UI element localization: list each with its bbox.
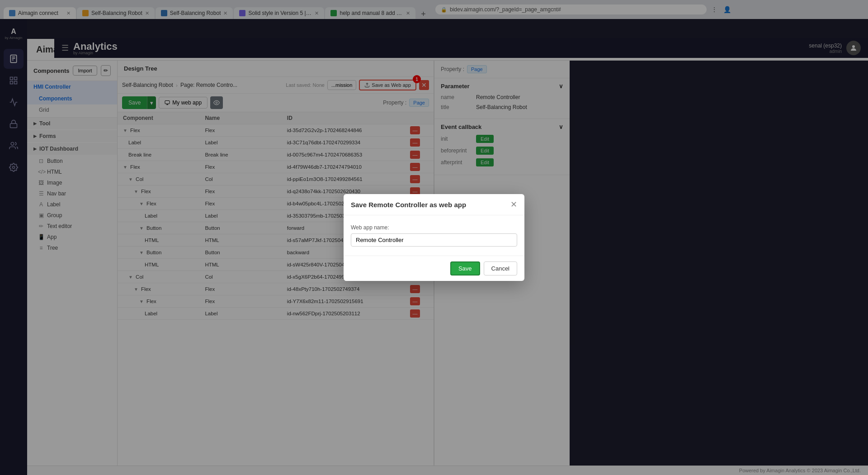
modal-cancel-btn[interactable]: Cancel: [484, 261, 517, 276]
modal-header: Save Remote Controller as web app ✕: [344, 194, 524, 215]
modal-body: Web app name:: [344, 215, 524, 256]
modal-close-btn[interactable]: ✕: [510, 200, 517, 209]
web-app-name-input[interactable]: [351, 233, 517, 247]
modal-title: Save Remote Controller as web app: [351, 201, 466, 209]
web-app-name-label: Web app name:: [351, 224, 517, 231]
modal-overlay: Save Remote Controller as web app ✕ Web …: [0, 0, 868, 475]
modal-footer: Save Cancel: [344, 256, 524, 281]
save-web-app-modal: Save Remote Controller as web app ✕ Web …: [344, 194, 524, 281]
modal-save-btn[interactable]: Save: [450, 261, 480, 276]
